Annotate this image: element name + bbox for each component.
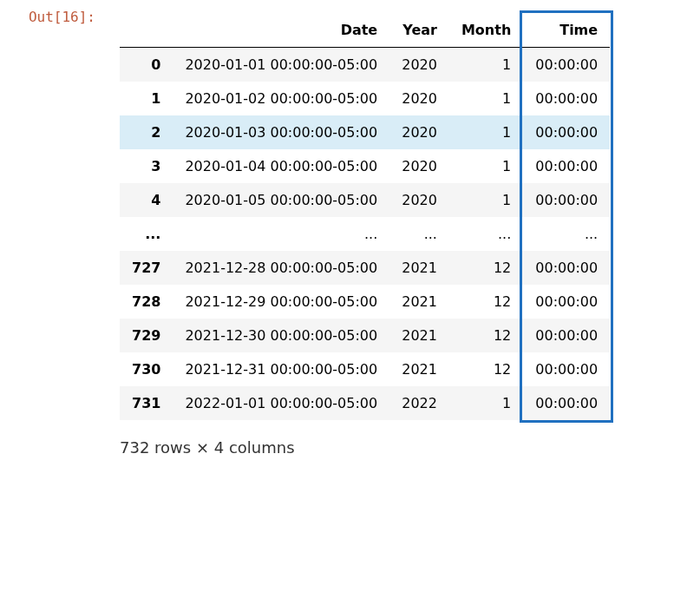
cell-month: 1 [449, 386, 523, 420]
output-prompt: Out[16]: [9, 9, 104, 25]
cell-time: 00:00:00 [523, 82, 610, 115]
cell-month: ... [449, 217, 523, 251]
cell-time: ... [523, 217, 610, 251]
cell-time: 00:00:00 [523, 183, 610, 217]
cell-year: 2020 [389, 183, 449, 217]
table-row[interactable]: 7312022-01-01 00:00:00-05:002022100:00:0… [120, 386, 610, 420]
table-row[interactable]: 02020-01-01 00:00:00-05:002020100:00:00 [120, 48, 610, 82]
table-row[interactable]: 12020-01-02 00:00:00-05:002020100:00:00 [120, 82, 610, 115]
cell-time: 00:00:00 [523, 115, 610, 149]
row-index: 0 [120, 48, 173, 82]
table-row[interactable]: 7302021-12-31 00:00:00-05:0020211200:00:… [120, 352, 610, 386]
table-row[interactable]: 7292021-12-30 00:00:00-05:0020211200:00:… [120, 319, 610, 352]
row-index: 3 [120, 149, 173, 183]
cell-time: 00:00:00 [523, 149, 610, 183]
cell-time: 00:00:00 [523, 251, 610, 285]
cell-year: 2021 [389, 319, 449, 352]
cell-month: 12 [449, 251, 523, 285]
row-index: 729 [120, 319, 173, 352]
cell-year: ... [389, 217, 449, 251]
cell-month: 1 [449, 115, 523, 149]
row-index: ... [120, 217, 173, 251]
cell-time: 00:00:00 [523, 285, 610, 319]
table-wrapper: Date Year Month Time 02020-01-01 00:00:0… [120, 13, 610, 420]
cell-year: 2021 [389, 285, 449, 319]
row-index: 730 [120, 352, 173, 386]
table-row[interactable]: ............... [120, 217, 610, 251]
col-header-date: Date [173, 13, 389, 48]
cell-date: 2021-12-28 00:00:00-05:00 [173, 251, 389, 285]
row-index: 4 [120, 183, 173, 217]
table-row[interactable]: 42020-01-05 00:00:00-05:002020100:00:00 [120, 183, 610, 217]
cell-date: ... [173, 217, 389, 251]
cell-year: 2020 [389, 82, 449, 115]
table-row[interactable]: 22020-01-03 00:00:00-05:002020100:00:00 [120, 115, 610, 149]
cell-month: 1 [449, 149, 523, 183]
output-area: Date Year Month Time 02020-01-01 00:00:0… [104, 9, 700, 457]
cell-year: 2020 [389, 48, 449, 82]
cell-time: 00:00:00 [523, 386, 610, 420]
cell-year: 2021 [389, 352, 449, 386]
cell-month: 1 [449, 183, 523, 217]
cell-date: 2020-01-01 00:00:00-05:00 [173, 48, 389, 82]
cell-year: 2022 [389, 386, 449, 420]
cell-date: 2021-12-31 00:00:00-05:00 [173, 352, 389, 386]
cell-month: 12 [449, 319, 523, 352]
cell-time: 00:00:00 [523, 352, 610, 386]
cell-date: 2020-01-04 00:00:00-05:00 [173, 149, 389, 183]
cell-month: 12 [449, 352, 523, 386]
row-index: 2 [120, 115, 173, 149]
col-header-month: Month [449, 13, 523, 48]
cell-year: 2020 [389, 149, 449, 183]
cell-date: 2020-01-05 00:00:00-05:00 [173, 183, 389, 217]
col-header-time: Time [523, 13, 610, 48]
row-index: 1 [120, 82, 173, 115]
cell-date: 2020-01-03 00:00:00-05:00 [173, 115, 389, 149]
col-header-index [120, 13, 173, 48]
table-row[interactable]: 7272021-12-28 00:00:00-05:0020211200:00:… [120, 251, 610, 285]
table-row[interactable]: 7282021-12-29 00:00:00-05:0020211200:00:… [120, 285, 610, 319]
table-footer-info: 732 rows × 4 columns [120, 438, 700, 457]
table-row[interactable]: 32020-01-04 00:00:00-05:002020100:00:00 [120, 149, 610, 183]
row-index: 728 [120, 285, 173, 319]
cell-year: 2021 [389, 251, 449, 285]
cell-date: 2020-01-02 00:00:00-05:00 [173, 82, 389, 115]
row-index: 731 [120, 386, 173, 420]
dataframe-table[interactable]: Date Year Month Time 02020-01-01 00:00:0… [120, 13, 610, 420]
cell-date: 2021-12-30 00:00:00-05:00 [173, 319, 389, 352]
table-header-row: Date Year Month Time [120, 13, 610, 48]
cell-month: 12 [449, 285, 523, 319]
cell-month: 1 [449, 48, 523, 82]
cell-date: 2022-01-01 00:00:00-05:00 [173, 386, 389, 420]
cell-year: 2020 [389, 115, 449, 149]
cell-time: 00:00:00 [523, 319, 610, 352]
col-header-year: Year [389, 13, 449, 48]
cell-month: 1 [449, 82, 523, 115]
cell-time: 00:00:00 [523, 48, 610, 82]
table-body: 02020-01-01 00:00:00-05:002020100:00:001… [120, 48, 610, 421]
row-index: 727 [120, 251, 173, 285]
cell-date: 2021-12-29 00:00:00-05:00 [173, 285, 389, 319]
